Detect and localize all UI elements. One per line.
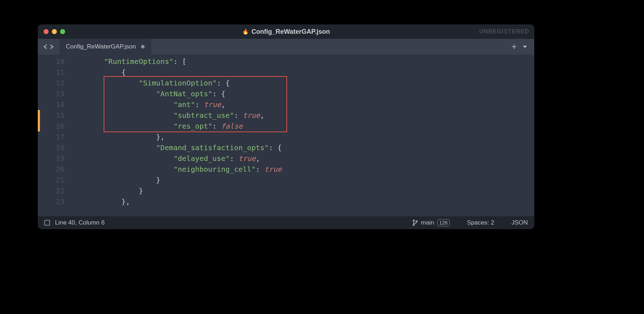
line-number: 13 [40, 88, 69, 99]
status-bar: Line 40, Column 6 main 126 Spaces: 2 JSO… [38, 216, 534, 229]
line-number: 22 [40, 185, 69, 196]
window-title-text: Config_ReWaterGAP.json [251, 28, 330, 36]
chevron-right-icon [49, 44, 54, 49]
code-line[interactable]: { [69, 67, 534, 78]
window-controls [44, 29, 65, 34]
line-number: 23 [40, 196, 69, 207]
line-number: 10 [40, 56, 69, 67]
line-number: 20 [40, 164, 69, 175]
tab-config-rewatergap[interactable]: Config_ReWaterGAP.json [59, 39, 151, 55]
branch-count-badge: 126 [437, 219, 450, 226]
zoom-icon[interactable] [60, 29, 65, 34]
tab-history-nav[interactable] [38, 39, 59, 55]
code-line[interactable]: "neighbouring_cell": true [69, 164, 534, 175]
code-line[interactable]: "RuntimeOptions": [ [69, 56, 534, 67]
line-number: 17 [40, 131, 69, 142]
tab-bar: Config_ReWaterGAP.json [38, 39, 534, 55]
unregistered-label: UNREGISTERED [479, 28, 529, 35]
window-title: 🔥 Config_ReWaterGAP.json [38, 28, 534, 36]
code-area[interactable]: "RuntimeOptions": [ { "SimulationOption"… [69, 55, 534, 216]
code-line[interactable]: "delayed_use": true, [69, 153, 534, 164]
modified-marks-gutter [38, 55, 40, 216]
svg-point-0 [413, 220, 414, 221]
file-icon: 🔥 [242, 28, 249, 35]
code-line[interactable]: } [69, 175, 534, 185]
code-line[interactable]: "SimulationOption": { [69, 78, 534, 88]
cursor-position[interactable]: Line 40, Column 6 [55, 219, 105, 226]
code-line[interactable]: }, [69, 131, 534, 142]
code-line[interactable]: "AntNat_opts": { [69, 88, 534, 99]
code-line[interactable]: "subtract_use": true, [69, 110, 534, 121]
code-line[interactable]: }, [69, 196, 534, 207]
line-number: 21 [40, 175, 69, 185]
code-line[interactable]: "res_opt": false [69, 121, 534, 131]
line-number: 14 [40, 99, 69, 110]
line-number: 15 [40, 110, 69, 121]
close-icon[interactable] [44, 29, 49, 34]
line-number: 16 [40, 121, 69, 131]
new-tab-icon[interactable] [511, 44, 517, 50]
tab-label: Config_ReWaterGAP.json [66, 43, 136, 50]
tab-menu-icon[interactable] [522, 44, 528, 50]
branch-name: main [421, 219, 434, 226]
git-branch-icon [412, 220, 418, 226]
svg-point-2 [416, 221, 417, 222]
modified-indicator-icon [141, 45, 145, 49]
code-editor[interactable]: 1011121314151617181920212223 "RuntimeOpt… [38, 55, 534, 216]
code-line[interactable]: } [69, 185, 534, 196]
line-number: 18 [40, 142, 69, 153]
chevron-left-icon [43, 44, 48, 49]
syntax-setting[interactable]: JSON [512, 219, 528, 226]
line-number: 19 [40, 153, 69, 164]
line-number: 11 [40, 67, 69, 78]
indent-setting[interactable]: Spaces: 2 [467, 219, 494, 226]
line-number-gutter: 1011121314151617181920212223 [40, 55, 69, 216]
minimize-icon[interactable] [52, 29, 57, 34]
titlebar: 🔥 Config_ReWaterGAP.json UNREGISTERED [38, 24, 534, 39]
code-line[interactable]: "Demand_satisfaction_opts": { [69, 142, 534, 153]
git-branch-indicator[interactable]: main 126 [412, 219, 450, 226]
code-line[interactable]: "ant": true, [69, 99, 534, 110]
svg-point-1 [413, 224, 414, 226]
panel-toggle-icon[interactable] [44, 220, 50, 226]
line-number: 12 [40, 78, 69, 88]
modified-mark [38, 110, 40, 131]
editor-window: 🔥 Config_ReWaterGAP.json UNREGISTERED Co… [38, 24, 534, 229]
